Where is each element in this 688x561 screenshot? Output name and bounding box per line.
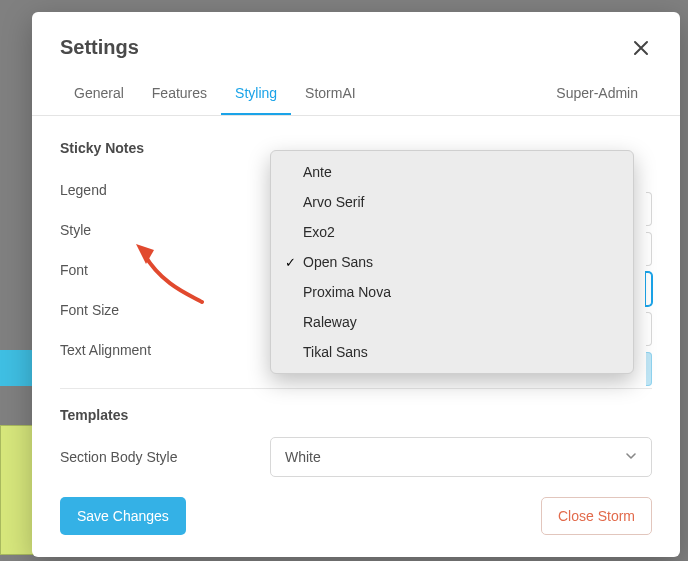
modal-body: Sticky Notes Legend Style Font Font Size… <box>32 116 680 485</box>
save-changes-button[interactable]: Save Changes <box>60 497 186 535</box>
chevron-down-icon <box>625 449 637 465</box>
legend-field-edge[interactable] <box>646 192 652 226</box>
font-option[interactable]: Proxima Nova <box>271 277 633 307</box>
label-section-body-style: Section Body Style <box>60 449 270 465</box>
select-section-body-style[interactable]: White <box>270 437 652 477</box>
check-icon: ✓ <box>281 255 299 270</box>
modal-title: Settings <box>60 36 139 59</box>
font-field-edge[interactable] <box>646 272 652 306</box>
font-option[interactable]: Ante <box>271 157 633 187</box>
font-option[interactable]: Arvo Serif <box>271 187 633 217</box>
label-text-alignment: Text Alignment <box>60 342 270 358</box>
font-size-field-edge[interactable] <box>646 312 652 346</box>
text-alignment-field-edge[interactable] <box>646 352 652 386</box>
label-style: Style <box>60 222 270 238</box>
label-font: Font <box>60 262 270 278</box>
font-option[interactable]: Tikal Sans <box>271 337 633 367</box>
tab-general[interactable]: General <box>60 75 138 115</box>
label-legend: Legend <box>60 182 270 198</box>
tabs-bar: General Features Styling StormAI Super-A… <box>32 67 680 116</box>
settings-modal: Settings General Features Styling StormA… <box>32 12 680 557</box>
label-font-size: Font Size <box>60 302 270 318</box>
font-option-selected[interactable]: ✓Open Sans <box>271 247 633 277</box>
close-storm-button[interactable]: Close Storm <box>541 497 652 535</box>
tab-super-admin[interactable]: Super-Admin <box>542 75 652 115</box>
style-field-edge[interactable] <box>646 232 652 266</box>
font-option[interactable]: Raleway <box>271 307 633 337</box>
section-title-templates: Templates <box>60 407 652 423</box>
close-icon[interactable] <box>630 37 652 59</box>
tab-features[interactable]: Features <box>138 75 221 115</box>
select-value: White <box>285 449 321 465</box>
section-divider <box>60 388 652 389</box>
font-option[interactable]: Exo2 <box>271 217 633 247</box>
tab-styling[interactable]: Styling <box>221 75 291 115</box>
modal-footer: Save Changes Close Storm <box>32 485 680 557</box>
tab-stormai[interactable]: StormAI <box>291 75 370 115</box>
font-dropdown-popover: Ante Arvo Serif Exo2 ✓Open Sans Proxima … <box>270 150 634 374</box>
